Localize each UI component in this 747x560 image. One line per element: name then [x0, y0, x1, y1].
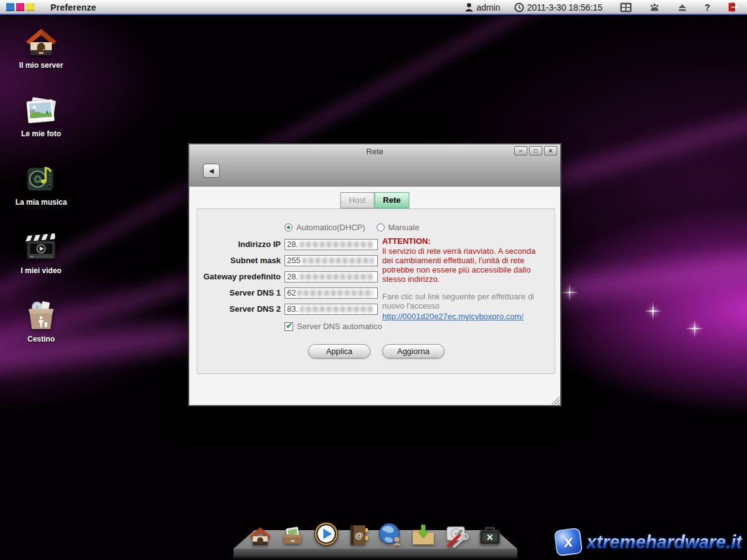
radio-manual-label[interactable]: Manuale	[388, 223, 420, 232]
radio-automatic-dhcp[interactable]	[284, 223, 293, 231]
window-header: ◀	[189, 158, 560, 187]
desktop-icon-my-music[interactable]: La mia musica	[11, 161, 71, 229]
clock-icon	[514, 2, 524, 12]
redacted-value	[303, 258, 374, 264]
dns2-label: Server DNS 2	[197, 304, 281, 314]
desktop-icon-my-photos[interactable]: Le mie foto	[11, 92, 71, 161]
redacted-value	[298, 290, 374, 296]
desktop-icon-label: Le mie foto	[11, 129, 71, 138]
relogin-link[interactable]: http://0001d20e27ec.myicyboxpro.com/	[382, 312, 524, 321]
apps-grid-icon	[620, 2, 632, 12]
eject-button[interactable]	[677, 2, 687, 13]
tab-host[interactable]: Host	[341, 192, 375, 208]
sparkle	[568, 291, 571, 294]
dns-auto-label[interactable]: Server DNS automatico	[297, 322, 382, 331]
dns1-label: Server DNS 1	[197, 288, 281, 297]
watermark-text: xtremehardware.it	[586, 532, 742, 553]
redacted-value	[300, 274, 374, 280]
photo-box-icon	[280, 524, 306, 548]
subnet-mask-input[interactable]: 255	[284, 255, 378, 266]
minimize-button[interactable]: –	[514, 146, 527, 156]
network-settings-panel: Automatico(DHCP) Manuale Indirizzo IP 28…	[197, 208, 555, 374]
trash-icon	[23, 297, 59, 334]
home-icon	[248, 524, 273, 548]
app-logo	[6, 3, 34, 11]
dock-web[interactable]	[377, 521, 403, 548]
dock-home[interactable]	[248, 524, 273, 548]
username: admin	[477, 2, 500, 12]
users-button[interactable]	[649, 2, 660, 13]
dock-photos[interactable]	[280, 524, 306, 548]
logo-square-pink	[16, 3, 24, 11]
user-menu[interactable]: admin	[464, 2, 500, 12]
gateway-input[interactable]: 28.	[284, 271, 378, 282]
attention-notice: ATTENTION: Il servizio di rete verrà ria…	[382, 236, 547, 322]
dns2-input[interactable]: 83.	[284, 304, 378, 315]
help-button[interactable]: ?	[705, 2, 710, 13]
redacted-value	[300, 306, 374, 312]
ip-mode-radios: Automatico(DHCP) Manuale	[284, 223, 426, 232]
logout-icon	[728, 2, 738, 12]
download-folder-icon	[410, 523, 436, 548]
dns-auto-checkbox[interactable]: ✔	[284, 322, 293, 331]
svg-text:@: @	[355, 531, 363, 540]
address-book-icon: @	[347, 523, 370, 548]
desktop-icon-trash[interactable]: Cestino	[11, 297, 71, 366]
play-icon	[312, 520, 340, 548]
dns1-input[interactable]: 62	[284, 287, 378, 299]
clock-area: 2011-3-30 18:56:15	[514, 2, 603, 12]
window-title: Rete	[366, 147, 383, 156]
refresh-button[interactable]: Aggiorna	[382, 344, 444, 358]
tab-bar: Host Rete	[341, 192, 410, 208]
desktop-icon-my-server[interactable]: Il mio server	[11, 24, 71, 92]
desktop-icon-label: I miei video	[11, 266, 71, 275]
globe-icon	[377, 521, 403, 548]
toolbox-icon	[476, 524, 504, 548]
desktop-icon-my-videos[interactable]: I miei video	[11, 229, 71, 297]
logo-square-blue	[6, 3, 14, 11]
eject-icon	[677, 3, 687, 12]
disk-tools-icon	[443, 523, 469, 548]
logout-button[interactable]	[728, 2, 738, 13]
page-title: Preferenze	[50, 2, 96, 12]
window-content: Host Rete Automatico(DHCP) Manuale Indir…	[189, 187, 560, 405]
sparkle	[652, 310, 654, 312]
check-icon: ✔	[286, 321, 293, 330]
apply-button[interactable]: Applica	[308, 344, 370, 358]
music-icon	[23, 161, 59, 197]
back-button[interactable]: ◀	[203, 164, 220, 178]
notice-info: Fare clic sul link seguente per effettua…	[382, 292, 547, 310]
apps-grid-button[interactable]	[620, 2, 632, 13]
user-icon	[464, 2, 474, 12]
dock: @	[233, 519, 517, 560]
desktop-icon-label: Il mio server	[11, 61, 71, 70]
radio-manual[interactable]	[377, 223, 385, 231]
notice-title: ATTENTION:	[382, 236, 547, 246]
ip-address-input[interactable]: 28.	[284, 239, 378, 250]
dns-auto-row: ✔ Server DNS automatico	[284, 322, 382, 331]
maximize-button[interactable]: □	[529, 146, 542, 156]
window-titlebar[interactable]: Rete – □ ×	[189, 144, 560, 158]
topbar: Preferenze admin 2011-3-30 18:56:15	[0, 0, 747, 15]
logo-square-yellow	[26, 3, 34, 11]
dock-toolbox[interactable]	[476, 524, 504, 548]
radio-automatic-label[interactable]: Automatico(DHCP)	[296, 223, 365, 232]
tab-rete[interactable]: Rete	[374, 192, 409, 208]
resize-grip[interactable]	[552, 396, 560, 404]
desktop-icon-label: Cestino	[11, 335, 71, 343]
dock-contacts[interactable]: @	[347, 523, 370, 548]
dock-disk-tools[interactable]	[443, 523, 469, 548]
redacted-value	[300, 241, 374, 248]
dock-downloads[interactable]	[410, 523, 436, 548]
subnet-mask-label: Subnet mask	[197, 256, 281, 265]
users-icon	[649, 3, 660, 12]
sparkle	[693, 327, 696, 330]
dock-media-player[interactable]	[312, 520, 340, 548]
gateway-label: Gateway predefinito	[197, 272, 281, 281]
rete-window: Rete – □ × ◀ Host Rete Automatico(DHCP) …	[188, 143, 561, 406]
xtremehardware-badge-icon: x	[554, 528, 583, 557]
close-button[interactable]: ×	[544, 146, 557, 156]
video-icon	[23, 229, 59, 265]
photos-icon	[23, 92, 59, 128]
datetime: 2011-3-30 18:56:15	[527, 2, 603, 12]
